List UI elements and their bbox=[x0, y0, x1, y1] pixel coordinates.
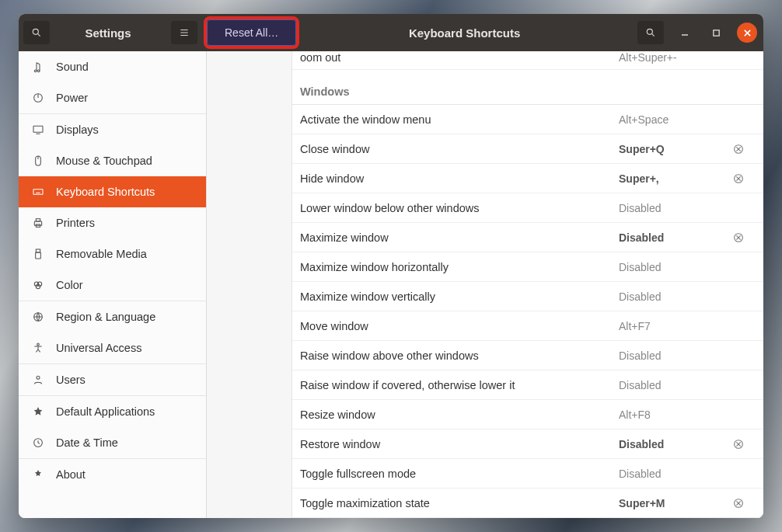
shortcut-label: Move window bbox=[300, 320, 619, 332]
sidebar-item-star[interactable]: Default Applications bbox=[19, 395, 206, 427]
sidebar-item-label: Users bbox=[56, 374, 86, 386]
shortcut-accelerator: Disabled bbox=[619, 202, 728, 214]
sidebar-item-label: Universal Access bbox=[56, 342, 141, 354]
shortcut-row[interactable]: Maximize windowDisabled bbox=[292, 223, 763, 252]
shortcut-accelerator: Disabled bbox=[619, 438, 728, 450]
shortcut-accelerator: Disabled bbox=[619, 379, 728, 391]
shortcut-row[interactable]: Move windowAlt+F7 bbox=[292, 311, 763, 341]
shortcut-label: Toggle maximization state bbox=[300, 497, 619, 509]
sidebar-item-mouse[interactable]: Mouse & Touchpad bbox=[19, 145, 206, 176]
window-maximize-button[interactable] bbox=[706, 23, 726, 43]
svg-point-5 bbox=[647, 29, 652, 34]
window-close-button[interactable] bbox=[737, 23, 757, 43]
svg-point-12 bbox=[37, 70, 40, 72]
shortcut-accelerator: Alt+F8 bbox=[619, 409, 728, 421]
categories-column bbox=[207, 51, 292, 518]
window-minimize-button[interactable] bbox=[675, 23, 695, 43]
svg-rect-24 bbox=[34, 221, 41, 225]
hamburger-menu-button[interactable] bbox=[171, 21, 197, 44]
search-icon bbox=[31, 27, 42, 38]
sidebar-item-label: Mouse & Touchpad bbox=[56, 155, 152, 167]
close-icon bbox=[743, 29, 752, 37]
shortcut-row[interactable]: Maximize window verticallyDisabled bbox=[292, 282, 763, 311]
sidebar-item-label: Region & Language bbox=[56, 311, 155, 323]
shortcut-accelerator: Alt+F7 bbox=[619, 320, 728, 332]
shortcut-label: oom out bbox=[300, 51, 619, 64]
shortcut-accelerator: Alt+Space bbox=[619, 113, 728, 126]
power-icon bbox=[31, 92, 45, 104]
svg-point-34 bbox=[37, 376, 40, 379]
shortcut-row[interactable]: Resize windowAlt+F8 bbox=[292, 400, 763, 429]
maximize-icon bbox=[712, 29, 721, 37]
sidebar-item-color[interactable]: Color bbox=[19, 269, 206, 301]
shortcut-row[interactable]: Lower window below other windowsDisabled bbox=[292, 193, 763, 223]
shortcut-label: Raise window above other windows bbox=[300, 349, 619, 362]
sidebar-item-users[interactable]: Users bbox=[19, 363, 206, 395]
shortcut-row[interactable]: oom outAlt+Super+- bbox=[292, 51, 763, 70]
shortcut-accelerator: Disabled bbox=[619, 468, 728, 480]
keyboard-icon bbox=[31, 186, 45, 198]
section-header-windows: Windows bbox=[292, 70, 763, 105]
shortcut-accelerator: Super+M bbox=[619, 497, 728, 509]
reset-shortcut-button[interactable] bbox=[728, 172, 749, 185]
shortcut-row[interactable]: Raise window if covered, otherwise lower… bbox=[292, 370, 763, 400]
sidebar-item-usb[interactable]: Removable Media bbox=[19, 238, 206, 269]
sidebar-item-about[interactable]: About bbox=[19, 458, 206, 490]
shortcut-label: Hide window bbox=[300, 172, 619, 185]
sidebar-item-label: Keyboard Shortcuts bbox=[56, 186, 155, 198]
sidebar-item-label: Sound bbox=[56, 61, 89, 73]
sidebar-item-clock[interactable]: Date & Time bbox=[19, 427, 206, 458]
shortcut-row[interactable]: Hide windowSuper+, bbox=[292, 164, 763, 193]
shortcut-accelerator: Super+Q bbox=[619, 143, 728, 155]
shortcut-row[interactable]: Maximize window horizontallyDisabled bbox=[292, 252, 763, 282]
reset-shortcut-button[interactable] bbox=[728, 438, 749, 450]
svg-line-6 bbox=[651, 33, 654, 36]
app-title: Settings bbox=[50, 26, 166, 40]
shortcut-row[interactable]: Raise window above other windowsDisabled bbox=[292, 341, 763, 370]
reset-shortcut-button[interactable] bbox=[728, 497, 749, 509]
svg-line-1 bbox=[37, 33, 40, 36]
shortcut-row[interactable]: Close windowSuper+Q bbox=[292, 134, 763, 164]
sidebar-item-display[interactable]: Displays bbox=[19, 113, 206, 145]
svg-rect-8 bbox=[713, 30, 718, 35]
shortcut-row[interactable]: Activate the window menuAlt+Space bbox=[292, 105, 763, 134]
shortcut-row[interactable]: Toggle maximization stateSuper+M bbox=[292, 489, 763, 518]
settings-window: Settings Reset All… Keyboard Shortcuts S… bbox=[19, 14, 763, 518]
a11y-icon bbox=[31, 342, 45, 354]
titlebar-left: Settings bbox=[19, 21, 207, 44]
reset-shortcut-button[interactable] bbox=[728, 143, 749, 155]
region-icon bbox=[31, 311, 45, 323]
svg-point-0 bbox=[33, 29, 38, 34]
svg-point-33 bbox=[37, 343, 40, 346]
reset-shortcut-button[interactable] bbox=[728, 231, 749, 244]
sidebar-item-label: Displays bbox=[56, 123, 99, 136]
printer-icon bbox=[31, 217, 45, 229]
svg-rect-15 bbox=[33, 126, 43, 132]
sidebar-item-keyboard[interactable]: Keyboard Shortcuts bbox=[19, 176, 206, 207]
sidebar-item-a11y[interactable]: Universal Access bbox=[19, 332, 206, 363]
sidebar-item-label: Power bbox=[56, 92, 88, 104]
shortcut-label: Toggle fullscreen mode bbox=[300, 468, 619, 480]
sidebar-item-label: Default Applications bbox=[56, 405, 155, 418]
titlebar: Settings Reset All… Keyboard Shortcuts bbox=[19, 14, 763, 51]
search-button[interactable] bbox=[23, 21, 50, 44]
shortcut-row[interactable]: Restore windowDisabled bbox=[292, 429, 763, 459]
shortcut-label: Raise window if covered, otherwise lower… bbox=[300, 379, 619, 391]
settings-sidebar: SoundPowerDisplaysMouse & TouchpadKeyboa… bbox=[19, 51, 207, 518]
sidebar-item-power[interactable]: Power bbox=[19, 82, 206, 113]
sidebar-item-sound[interactable]: Sound bbox=[19, 51, 206, 82]
svg-rect-25 bbox=[36, 219, 40, 221]
shortcut-accelerator: Alt+Super+- bbox=[619, 51, 728, 64]
about-icon bbox=[31, 468, 45, 481]
shortcut-label: Close window bbox=[300, 143, 619, 155]
sidebar-item-region[interactable]: Region & Language bbox=[19, 301, 206, 332]
sidebar-item-printer[interactable]: Printers bbox=[19, 207, 206, 238]
shortcut-label: Maximize window bbox=[300, 231, 619, 244]
clock-icon bbox=[31, 436, 45, 449]
reset-all-button[interactable]: Reset All… bbox=[207, 19, 296, 46]
svg-rect-19 bbox=[33, 190, 43, 195]
shortcut-row[interactable]: Toggle fullscreen modeDisabled bbox=[292, 459, 763, 489]
content-search-button[interactable] bbox=[637, 21, 664, 44]
shortcut-label: Resize window bbox=[300, 409, 619, 421]
shortcut-accelerator: Disabled bbox=[619, 231, 728, 244]
